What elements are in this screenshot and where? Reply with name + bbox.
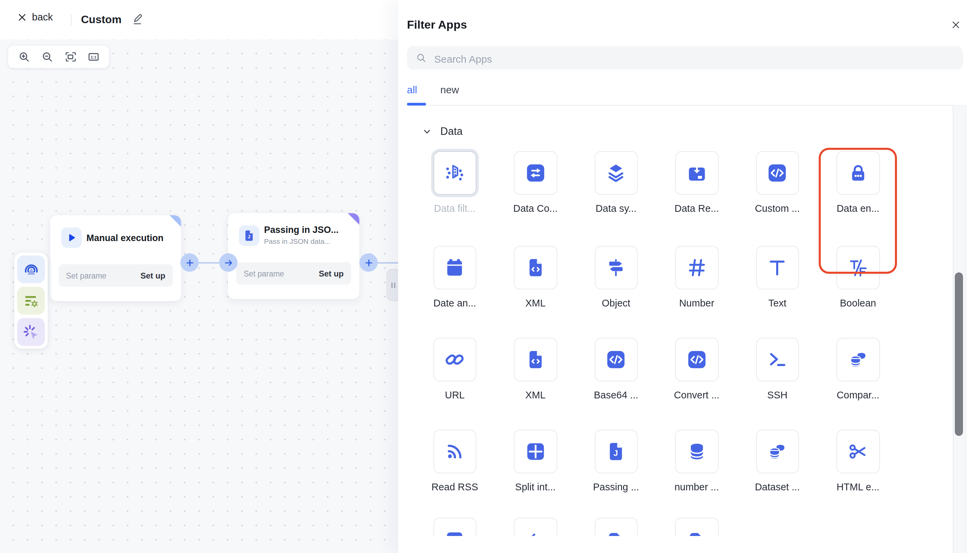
panel-title: Filter Apps: [407, 18, 467, 32]
app-tile: [514, 338, 557, 381]
node-manual-execution[interactable]: Manual execution Set parame Set up: [50, 215, 181, 301]
apps-grid-row: Data filt...Data Co...Data sy...Data Re.…: [414, 151, 898, 214]
app-label: XML: [525, 297, 546, 308]
active-tab-indicator: [407, 103, 426, 105]
app-label: Boolean: [840, 297, 876, 308]
signpost-icon: [606, 257, 627, 278]
app-item-object[interactable]: Object: [576, 246, 656, 308]
header-divider: [71, 14, 72, 26]
play-icon: [61, 228, 82, 248]
app-item-ssh[interactable]: SSH: [737, 338, 818, 400]
app-item-boolean[interactable]: Boolean: [818, 246, 898, 308]
json-file-icon: J: [606, 441, 627, 462]
app-item-custom[interactable]: Custom ...: [737, 151, 818, 214]
node-passing-in-json[interactable]: J Passing in JSO... Pass in JSON data...…: [228, 213, 360, 299]
coins-icon: [848, 349, 869, 370]
svg-text:J: J: [614, 449, 618, 457]
xml-file-icon: [525, 349, 546, 370]
scrollbar-thumb[interactable]: [955, 273, 963, 436]
search-input[interactable]: [433, 46, 953, 71]
category-data-toggle[interactable]: Data: [423, 125, 463, 137]
app-label: Compar...: [837, 389, 880, 400]
app-item-dataset[interactable]: Dataset ...: [737, 430, 818, 492]
app-label: Custom ...: [755, 202, 800, 214]
trigger-button[interactable]: [17, 255, 45, 283]
actual-size-button[interactable]: 1:1: [86, 49, 101, 64]
edge-arrow-node[interactable]: [219, 253, 237, 272]
apps-grid-row: Read RSSSplit int...JPassing ...number .…: [414, 430, 898, 492]
zoom-out-button[interactable]: [40, 49, 54, 64]
node-setup-bar[interactable]: Set parame Set up: [236, 262, 351, 285]
app-item-date-an[interactable]: Date an...: [414, 246, 495, 308]
app-label: Data Re...: [675, 202, 719, 214]
search-box[interactable]: [407, 46, 963, 70]
terminal-icon: [767, 349, 788, 370]
collapsed-node-handle[interactable]: [387, 269, 398, 301]
app-item-data-filt[interactable]: Data filt...: [414, 151, 495, 214]
node-title: Manual execution: [86, 233, 164, 243]
parameters-icon: [22, 292, 40, 309]
app-label: Dataset ...: [755, 481, 800, 492]
app-item-base64[interactable]: Base64 ...: [576, 338, 656, 400]
app-tile: [837, 246, 880, 289]
app-label: Text: [768, 297, 786, 308]
code-box-icon: [687, 349, 707, 370]
zoom-in-button[interactable]: [16, 49, 31, 64]
fit-view-button[interactable]: [63, 49, 78, 64]
app-label: Data Co...: [513, 202, 558, 214]
app-item-data-re[interactable]: Data Re...: [656, 151, 737, 214]
app-label: number ...: [675, 481, 719, 492]
node-setup-bar[interactable]: Set parame Set up: [59, 264, 173, 287]
app-item-number[interactable]: Number: [656, 246, 737, 308]
app-label: Convert ...: [674, 389, 720, 400]
close-panel-button[interactable]: [951, 20, 961, 30]
app-item-convert[interactable]: Convert ...: [656, 338, 737, 400]
app-tile: [756, 246, 799, 289]
app-tile: [837, 430, 880, 473]
rss-icon: [445, 441, 465, 462]
letter-t-icon: [767, 257, 788, 278]
grid-split-icon: [525, 441, 546, 462]
app-label: Read RSS: [431, 481, 478, 492]
tab-all[interactable]: all: [407, 84, 417, 96]
setup-button[interactable]: Set up: [319, 269, 344, 278]
scissors-icon: [848, 441, 869, 462]
pencil-icon[interactable]: [132, 14, 144, 26]
app-label: Date an...: [434, 297, 476, 308]
app-item-data-sy[interactable]: Data sy...: [576, 151, 656, 214]
app-item-xml[interactable]: XML: [495, 338, 576, 400]
back-button[interactable]: back: [17, 11, 53, 22]
app-item-data-co[interactable]: Data Co...: [495, 151, 576, 214]
code-box-icon: [606, 349, 627, 370]
add-node-button[interactable]: [180, 253, 199, 272]
svg-text:J: J: [248, 234, 250, 239]
app-tile: [433, 430, 476, 473]
app-label: Base64 ...: [594, 389, 638, 400]
app-item-passing[interactable]: JPassing ...: [576, 430, 656, 492]
manual-click-button[interactable]: [17, 318, 45, 346]
app-tile: [514, 430, 557, 473]
app-item-url[interactable]: URL: [414, 338, 495, 400]
close-x-icon: [17, 12, 27, 22]
app-item-html-e[interactable]: HTML e...: [818, 430, 898, 492]
app-item-data-en[interactable]: Data en...: [818, 151, 898, 214]
database-icon: [687, 441, 707, 462]
app-tile: [675, 338, 718, 381]
app-item-text[interactable]: Text: [737, 246, 818, 308]
manual-click-icon: [22, 323, 40, 341]
bottom-fade: [398, 536, 953, 553]
app-item-number[interactable]: number ...: [656, 430, 737, 492]
app-item-read-rss[interactable]: Read RSS: [414, 430, 495, 492]
app-label: Data filt...: [434, 202, 476, 214]
setup-button[interactable]: Set up: [140, 271, 165, 280]
tab-new[interactable]: new: [440, 84, 459, 96]
canvas-toolbar: 1:1: [8, 46, 109, 68]
app-item-compar[interactable]: Compar...: [818, 338, 898, 400]
calendar-icon: [445, 257, 465, 278]
workflow-canvas[interactable]: Manual execution Set parame Set up J Pas…: [0, 0, 398, 553]
app-item-split-int[interactable]: Split int...: [495, 430, 576, 492]
add-node-button[interactable]: [360, 253, 378, 272]
node-subtitle: Pass in JSON data...: [264, 237, 331, 245]
parameters-button[interactable]: [17, 287, 45, 315]
app-item-xml[interactable]: XML: [495, 246, 576, 308]
